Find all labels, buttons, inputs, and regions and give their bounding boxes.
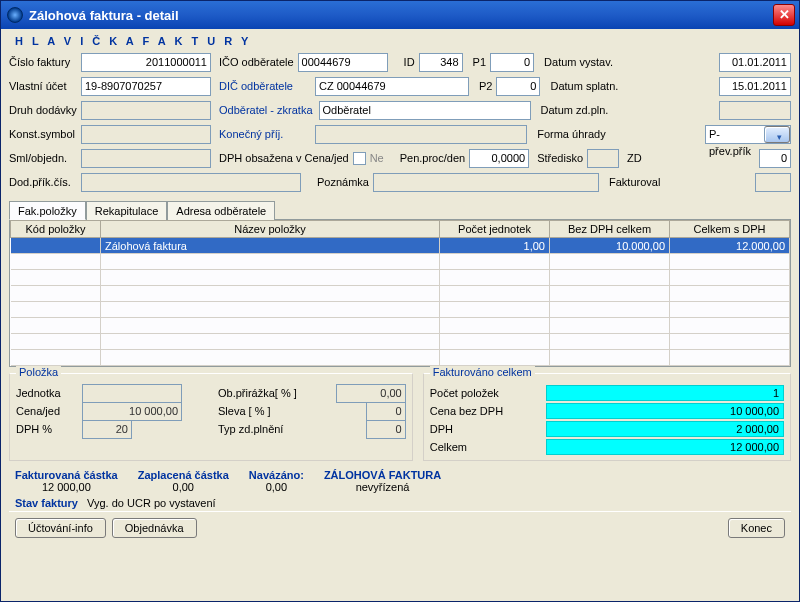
table-row[interactable]: [11, 254, 790, 270]
table-row[interactable]: [11, 286, 790, 302]
chevron-down-icon[interactable]: ▾: [764, 126, 790, 143]
field-dph-pct[interactable]: 20: [82, 420, 132, 439]
table-row[interactable]: [11, 318, 790, 334]
label-typ-zdpln: Typ zd.plnění: [218, 423, 283, 435]
label-dph-pct: DPH %: [16, 423, 76, 435]
label-konecny-prij: Konečný příj.: [219, 128, 283, 140]
field-poznamka[interactable]: [373, 173, 599, 192]
field-p2[interactable]: 0: [496, 77, 540, 96]
titlebar: Zálohová faktura - detail ✕: [1, 1, 799, 29]
tab-rekapitulace[interactable]: Rekapitulace: [86, 201, 168, 220]
konec-button[interactable]: Konec: [728, 518, 785, 538]
status-row: Stav faktury Vyg. do UCR po vystavení: [15, 497, 785, 509]
label-jednotka: Jednotka: [16, 387, 76, 399]
tabstrip: Fak.položky Rekapitulace Adresa odběrate…: [9, 200, 791, 219]
field-datum-zdpln[interactable]: [719, 101, 791, 120]
label-stredisko: Středisko: [537, 152, 583, 164]
field-odberatel-zkratka[interactable]: Odběratel: [319, 101, 531, 120]
field-fakturoval[interactable]: [755, 173, 791, 192]
cell-kod: [11, 238, 101, 254]
close-icon[interactable]: ✕: [773, 4, 795, 26]
label-datum-zdpln: Datum zd.pln.: [541, 104, 609, 116]
label-celkem: Celkem: [430, 441, 540, 453]
field-zd[interactable]: 0: [759, 149, 791, 168]
button-bar: Účtování-info Objednávka Konec: [9, 511, 791, 544]
objednavka-button[interactable]: Objednávka: [112, 518, 197, 538]
label-datum-splatn: Datum splatn.: [550, 80, 618, 92]
cell-sdph: 12.000,00: [670, 238, 790, 254]
col-sdph[interactable]: Celkem s DPH: [670, 221, 790, 238]
field-ob-prirazka[interactable]: 0,00: [336, 384, 406, 403]
tab-body: Kód položky Název položky Počet jednotek…: [9, 219, 791, 367]
field-stredisko[interactable]: [587, 149, 619, 168]
label-cena-jed: Cena/jed: [16, 405, 76, 417]
label-fakturoval: Fakturoval: [609, 176, 660, 188]
section-header: H L A V I Č K A F A K T U R Y: [15, 35, 791, 47]
label-poznamka: Poznámka: [317, 176, 369, 188]
invoice-header: Číslo faktury 2011000011 IČO odběratele …: [9, 51, 791, 193]
field-dod-prik-cis[interactable]: [81, 173, 301, 192]
cell-bezdph: 10.000,00: [550, 238, 670, 254]
label-sleva: Sleva [ % ]: [218, 405, 271, 417]
col-kod[interactable]: Kód položky: [11, 221, 101, 238]
label-navazano: Navázáno:: [249, 469, 304, 481]
field-vlastni-ucet[interactable]: 19-8907070257: [81, 77, 211, 96]
label-vlastni-ucet: Vlastní účet: [9, 80, 77, 92]
label-dph-total: DPH: [430, 423, 540, 435]
table-row[interactable]: [11, 270, 790, 286]
cell-pocet: 1,00: [440, 238, 550, 254]
tab-fak-polozky[interactable]: Fak.položky: [9, 201, 86, 220]
label-cislo-faktury: Číslo faktury: [9, 56, 77, 68]
field-dic[interactable]: CZ 00044679: [315, 77, 469, 96]
label-stav-faktury: Stav faktury: [15, 497, 78, 509]
label-sml-objed: Sml/objedn.: [9, 152, 77, 164]
field-datum-vystav[interactable]: 01.01.2011: [719, 53, 791, 72]
value-dph-total: 2 000,00: [546, 421, 784, 437]
window-title: Zálohová faktura - detail: [29, 8, 773, 23]
label-dic: DIČ odběratele: [219, 80, 293, 92]
field-id[interactable]: 348: [419, 53, 463, 72]
table-row[interactable]: [11, 334, 790, 350]
label-cena-bez-dph: Cena bez DPH: [430, 405, 540, 417]
value-fakturovana-castka: 12 000,00: [42, 481, 91, 493]
tab-adresa-odberatele[interactable]: Adresa odběratele: [167, 201, 275, 220]
field-ico[interactable]: 00044679: [298, 53, 388, 72]
field-typ-zdpln[interactable]: 0: [366, 420, 406, 439]
checkbox-dph-obsazena[interactable]: [353, 152, 366, 165]
field-konecny-prij[interactable]: [315, 125, 527, 144]
uctovani-info-button[interactable]: Účtování-info: [15, 518, 106, 538]
combo-forma-uhrady[interactable]: P-přev.přík ▾: [705, 125, 791, 144]
label-pocet-polozek: Počet položek: [430, 387, 540, 399]
value-zalohova-faktura: nevyřízená: [356, 481, 410, 493]
label-konst-symbol: Konst.symbol: [9, 128, 77, 140]
field-sleva[interactable]: 0: [366, 402, 406, 421]
field-cislo-faktury[interactable]: 2011000011: [81, 53, 211, 72]
cell-nazev: Zálohová faktura: [101, 238, 440, 254]
label-datum-vystav: Datum vystav.: [544, 56, 613, 68]
window: Zálohová faktura - detail ✕ H L A V I Č …: [0, 0, 800, 602]
label-odberatel-zkratka: Odběratel - zkratka: [219, 104, 313, 116]
label-druh-dodavky: Druh dodávky: [9, 104, 77, 116]
field-datum-splatn[interactable]: 15.01.2011: [719, 77, 791, 96]
items-table[interactable]: Kód položky Název položky Počet jednotek…: [10, 220, 790, 366]
col-pocet[interactable]: Počet jednotek: [440, 221, 550, 238]
label-p1: P1: [473, 56, 486, 68]
table-row[interactable]: Zálohová faktura 1,00 10.000,00 12.000,0…: [11, 238, 790, 254]
field-p1[interactable]: 0: [490, 53, 534, 72]
table-row[interactable]: [11, 350, 790, 366]
col-nazev[interactable]: Název položky: [101, 221, 440, 238]
value-navazano: 0,00: [266, 481, 287, 493]
label-ob-prirazka: Ob.přirážka[ % ]: [218, 387, 297, 399]
field-druh-dodavky[interactable]: [81, 101, 211, 120]
label-dod-prik-cis: Dod.přík.čís.: [9, 176, 77, 188]
field-konst-symbol[interactable]: [81, 125, 211, 144]
field-pen-proc-den[interactable]: 0,0000: [469, 149, 529, 168]
value-celkem: 12 000,00: [546, 439, 784, 455]
table-row[interactable]: [11, 302, 790, 318]
label-pen-proc-den: Pen.proc/den: [400, 152, 465, 164]
field-jednotka[interactable]: [82, 384, 182, 403]
field-sml-objed[interactable]: [81, 149, 211, 168]
label-dph-obsazena: DPH obsažena v Cena/jed: [219, 152, 349, 164]
field-cena-jed[interactable]: 10 000,00: [82, 402, 182, 421]
col-bezdph[interactable]: Bez DPH celkem: [550, 221, 670, 238]
